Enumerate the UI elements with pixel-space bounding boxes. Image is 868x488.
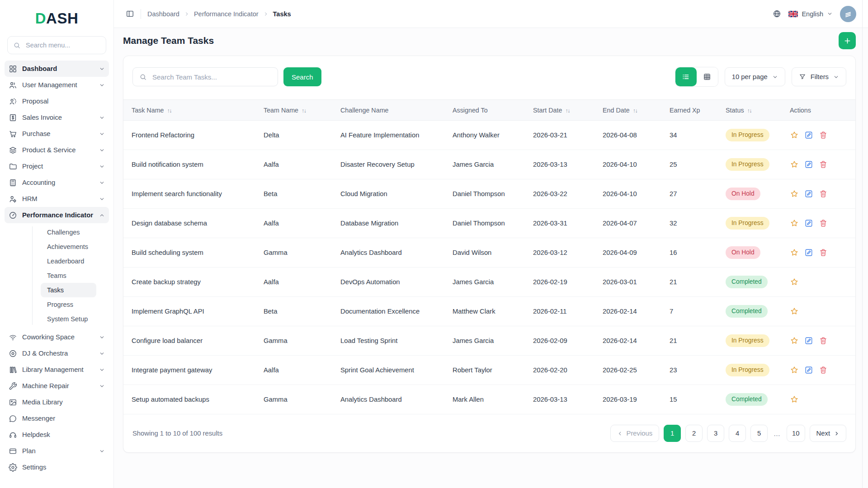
cell-team: Beta bbox=[259, 297, 336, 326]
star-button[interactable] bbox=[790, 366, 799, 375]
cell-status: In Progress bbox=[721, 326, 785, 356]
sidebar-item-helpdesk[interactable]: Helpdesk bbox=[5, 427, 109, 443]
page-button-10[interactable]: 10 bbox=[787, 425, 805, 442]
star-button[interactable] bbox=[790, 160, 799, 169]
delete-button[interactable] bbox=[819, 131, 828, 140]
sidebar-subitem-challenges[interactable]: Challenges bbox=[41, 225, 96, 239]
cell-assigned: David Wilson bbox=[448, 238, 528, 267]
cell-task: Frontend Refactoring bbox=[123, 121, 259, 150]
search-button[interactable]: Search bbox=[283, 67, 321, 86]
sidebar-item-performance-indicator[interactable]: Performance Indicator bbox=[5, 207, 109, 223]
star-button[interactable] bbox=[790, 307, 799, 316]
breadcrumb-current: Tasks bbox=[273, 10, 291, 18]
breadcrumb-dashboard[interactable]: Dashboard bbox=[147, 10, 179, 18]
sidebar-item-messenger[interactable]: Messenger bbox=[5, 410, 109, 427]
sidebar-item-user-management[interactable]: User Management bbox=[5, 77, 109, 93]
delete-button[interactable] bbox=[819, 160, 828, 169]
delete-button[interactable] bbox=[819, 189, 828, 198]
star-button[interactable] bbox=[790, 189, 799, 198]
edit-button[interactable] bbox=[804, 160, 813, 169]
page-button-5[interactable]: 5 bbox=[750, 425, 768, 442]
star-button[interactable] bbox=[790, 336, 799, 345]
cell-xp: 27 bbox=[665, 179, 721, 209]
breadcrumb-performance-indicator[interactable]: Performance Indicator bbox=[194, 10, 259, 18]
task-search-input[interactable] bbox=[151, 73, 271, 81]
column-header-status[interactable]: Status↑↓ bbox=[721, 100, 785, 121]
sidebar-item-coworking-space[interactable]: Coworking Space bbox=[5, 329, 109, 345]
sidebar-item-plan[interactable]: Plan bbox=[5, 443, 109, 459]
dashboard-icon bbox=[9, 65, 17, 73]
sidebar-subitem-tasks[interactable]: Tasks bbox=[41, 283, 96, 297]
sidebar-item-machine-repair[interactable]: Machine Repair bbox=[5, 378, 109, 394]
edit-button[interactable] bbox=[804, 366, 813, 375]
sidebar-item-purchase[interactable]: Purchase bbox=[5, 126, 109, 142]
language-selector[interactable]: English bbox=[788, 10, 833, 18]
previous-page-button[interactable]: Previous bbox=[610, 425, 660, 442]
globe-icon[interactable] bbox=[773, 9, 781, 18]
edit-button[interactable] bbox=[804, 219, 813, 228]
table-row: Setup automated backupsGammaAnalytics Da… bbox=[123, 385, 855, 414]
cell-team: Aalfa bbox=[259, 267, 336, 297]
sidebar-item-settings[interactable]: Settings bbox=[5, 459, 109, 475]
column-header-team-name[interactable]: Team Name↑↓ bbox=[259, 100, 336, 121]
page-button-2[interactable]: 2 bbox=[685, 425, 703, 442]
chevron-down-icon bbox=[99, 164, 105, 169]
chevron-right-icon bbox=[834, 431, 840, 436]
cart-icon bbox=[9, 130, 17, 138]
sidebar-item-media-library[interactable]: Media Library bbox=[5, 394, 109, 410]
filters-button[interactable]: Filters bbox=[792, 67, 846, 86]
delete-button[interactable] bbox=[819, 366, 828, 375]
sidebar-item-proposal[interactable]: Proposal bbox=[5, 93, 109, 109]
edit-button[interactable] bbox=[804, 189, 813, 198]
delete-button[interactable] bbox=[819, 336, 828, 345]
column-header-end-date[interactable]: End Date↑↓ bbox=[598, 100, 665, 121]
add-task-button[interactable] bbox=[839, 32, 856, 49]
sidebar-item-accounting[interactable]: Accounting bbox=[5, 174, 109, 191]
sidebar-item-library-management[interactable]: Library Management bbox=[5, 361, 109, 378]
page-button-3[interactable]: 3 bbox=[707, 425, 724, 442]
edit-button[interactable] bbox=[804, 336, 813, 345]
column-header-start-date[interactable]: Start Date↑↓ bbox=[528, 100, 598, 121]
sidebar-subitem-system-setup[interactable]: System Setup bbox=[41, 312, 96, 326]
star-button[interactable] bbox=[790, 219, 799, 228]
sidebar-item-hrm[interactable]: HRM bbox=[5, 191, 109, 207]
sidebar-item-project[interactable]: Project bbox=[5, 158, 109, 174]
edit-icon bbox=[804, 160, 813, 169]
sidebar-search-input[interactable] bbox=[25, 41, 100, 49]
sidebar-subitem-label: Teams bbox=[47, 272, 66, 279]
star-button[interactable] bbox=[790, 277, 799, 286]
sidebar: DASH DashboardUser ManagementProposalSal… bbox=[0, 0, 114, 488]
star-button[interactable] bbox=[790, 395, 799, 404]
cell-task: Implement search functionality bbox=[123, 179, 259, 209]
page-button-1[interactable]: 1 bbox=[664, 425, 681, 442]
scrollbar-track[interactable] bbox=[862, 0, 863, 488]
sidebar-item-label: Library Management bbox=[22, 366, 94, 373]
sidebar-item-product-service[interactable]: Product & Service bbox=[5, 142, 109, 158]
sidebar-subitem-teams[interactable]: Teams bbox=[41, 268, 96, 283]
cell-end: 2026-02-14 bbox=[598, 326, 665, 356]
page-button-4[interactable]: 4 bbox=[729, 425, 746, 442]
star-button[interactable] bbox=[790, 248, 799, 257]
cell-actions bbox=[785, 179, 855, 209]
cell-status: In Progress bbox=[721, 150, 785, 179]
edit-button[interactable] bbox=[804, 131, 813, 140]
delete-button[interactable] bbox=[819, 219, 828, 228]
sidebar-item-dashboard[interactable]: Dashboard bbox=[5, 61, 109, 77]
edit-button[interactable] bbox=[804, 248, 813, 257]
grid-view-button[interactable] bbox=[697, 67, 718, 86]
hrm-icon bbox=[9, 195, 17, 203]
sidebar-toggle-icon[interactable] bbox=[126, 9, 134, 18]
sidebar-subitem-progress[interactable]: Progress bbox=[41, 297, 96, 312]
sidebar-subitem-achievements[interactable]: Achievements bbox=[41, 239, 96, 254]
column-header-task-name[interactable]: Task Name↑↓ bbox=[123, 100, 259, 121]
delete-button[interactable] bbox=[819, 248, 828, 257]
list-view-button[interactable] bbox=[675, 67, 697, 86]
sidebar-item-sales-invoice[interactable]: Sales Invoice bbox=[5, 109, 109, 126]
sidebar-item-dj-orchestra[interactable]: DJ & Orchestra bbox=[5, 345, 109, 361]
sidebar-subitem-leaderboard[interactable]: Leaderboard bbox=[41, 254, 96, 268]
next-page-button[interactable]: Next bbox=[810, 425, 846, 442]
per-page-select[interactable]: 10 per page bbox=[725, 67, 785, 86]
star-button[interactable] bbox=[790, 131, 799, 140]
chat-icon bbox=[9, 414, 17, 423]
avatar[interactable] bbox=[840, 6, 856, 22]
